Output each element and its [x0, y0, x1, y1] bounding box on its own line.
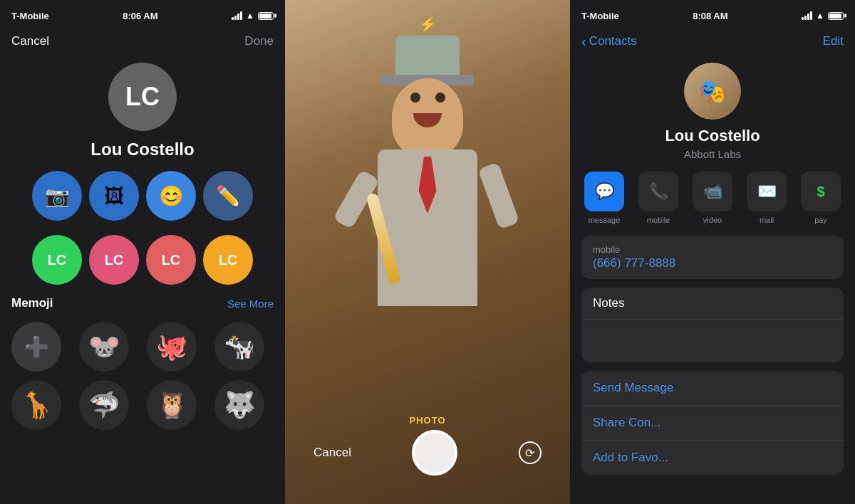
avatar-initials-p1: LC	[125, 82, 160, 112]
video-icon-circle: 📹	[693, 172, 732, 211]
pay-action-button[interactable]: $ pay	[798, 172, 844, 224]
notes-content[interactable]	[581, 320, 844, 362]
carrier-label-p1: T-Mobile	[11, 11, 49, 21]
puppet-arm-right	[478, 162, 520, 230]
status-icons-p1: ▲	[232, 11, 274, 21]
contact-detail-company: Abbott Labs	[684, 148, 741, 160]
video-action-button[interactable]: 📹 video	[690, 172, 735, 224]
memoji-grid-row2: 🦒 🦈 🦉 🐺	[11, 380, 274, 430]
back-chevron-icon: ‹	[581, 34, 586, 48]
video-action-label: video	[703, 216, 722, 224]
mobile-action-button[interactable]: 📞 mobile	[636, 172, 681, 224]
phone-info-row: mobile (666) 777-8888	[581, 236, 844, 279]
message-action-button[interactable]: 💬 message	[581, 172, 627, 224]
action-buttons-row: 💬 message 📞 mobile 📹 video ✉️ mail $ pay	[570, 172, 855, 236]
contact-avatar-p1[interactable]: LC	[108, 63, 177, 131]
notes-label: Notes	[581, 288, 844, 320]
contact-name-p1: Lou Costello	[90, 140, 194, 159]
memoji-octopus[interactable]: 🐙	[147, 322, 197, 372]
nav-bar-p3: ‹ Contacts Edit	[570, 31, 855, 56]
status-icons-p3: ▲	[802, 11, 844, 21]
contact-detail-avatar: 🎭	[684, 63, 741, 120]
memoji-section: Memoji See More ➕ 🐭 🐙 🐄 🦒 🦈 🦉 🐺	[0, 296, 285, 430]
signal-icon-p3	[802, 11, 812, 20]
cancel-button[interactable]: Cancel	[11, 34, 49, 48]
panel-camera: ⚡	[285, 0, 570, 504]
edit-button[interactable]: Edit	[823, 34, 844, 48]
see-more-button[interactable]: See More	[227, 298, 274, 310]
memoji-cow[interactable]: 🐄	[214, 322, 264, 372]
wifi-icon-p1: ▲	[246, 11, 254, 21]
send-message-link[interactable]: Send Message	[581, 371, 844, 406]
message-icon-circle: 💬	[584, 172, 624, 211]
memoji-header: Memoji See More	[11, 296, 274, 310]
back-button[interactable]: ‹ Contacts	[581, 34, 637, 48]
mail-icon-circle: ✉️	[747, 172, 787, 211]
phone-info-group: mobile (666) 777-8888	[581, 236, 844, 279]
battery-icon-p3	[828, 12, 844, 20]
memoji-giraffe[interactable]: 🦒	[11, 380, 61, 430]
back-label: Contacts	[589, 34, 637, 48]
status-bar-panel1: T-Mobile 8:06 AM ▲	[0, 0, 285, 31]
memoji-shark[interactable]: 🦈	[79, 380, 129, 430]
memoji-mouse[interactable]: 🐭	[79, 322, 129, 372]
panel-contact-edit: T-Mobile 8:06 AM ▲ Cancel Done LC Lou Co…	[0, 0, 285, 504]
camera-mode-label: PHOTO	[410, 415, 446, 426]
camera-option-button[interactable]: 📷	[32, 171, 82, 221]
pay-icon-circle: $	[801, 172, 841, 211]
done-button[interactable]: Done	[244, 34, 274, 48]
memoji-wolf[interactable]: 🐺	[214, 380, 264, 430]
mail-action-label: mail	[760, 216, 774, 224]
camera-shutter-button[interactable]	[412, 430, 457, 476]
memoji-option-button[interactable]: 😊	[146, 171, 196, 221]
carrier-label-p3: T-Mobile	[581, 11, 619, 21]
memoji-add-button[interactable]: ➕	[11, 322, 61, 372]
camera-viewfinder: ⚡	[285, 0, 570, 504]
camera-flip-button[interactable]: ⟳	[519, 441, 542, 464]
time-label-p1: 8:06 AM	[123, 11, 157, 21]
camera-cancel-button[interactable]: Cancel	[314, 446, 351, 460]
status-bar-panel3: T-Mobile 8:08 AM ▲	[570, 0, 855, 31]
avatar-puppet-image: 🎭	[684, 63, 741, 120]
mail-action-button[interactable]: ✉️ mail	[744, 172, 789, 224]
share-contact-link[interactable]: Share Con...	[581, 406, 844, 441]
pay-action-label: pay	[814, 216, 827, 224]
message-action-label: message	[589, 216, 621, 224]
contact-info-section: mobile (666) 777-8888 Notes Send Message…	[570, 236, 855, 504]
photo-options-grid: 📷 🖼 😊 ✏️	[32, 171, 253, 221]
memoji-title: Memoji	[11, 296, 53, 310]
memoji-owl[interactable]: 🦉	[147, 380, 197, 430]
edit-option-button[interactable]: ✏️	[203, 171, 253, 221]
battery-icon-p1	[258, 12, 274, 20]
mobile-action-label: mobile	[647, 216, 670, 224]
camera-controls: Cancel ⟳	[285, 430, 570, 476]
panel-contact-detail: T-Mobile 8:08 AM ▲ ‹ Contacts Edit 🎭 Lou	[570, 0, 855, 504]
lc-avatar-green[interactable]: LC	[32, 235, 82, 285]
phone-value[interactable]: (666) 777-8888	[593, 256, 832, 271]
puppet-figure	[285, 0, 570, 504]
contact-detail-header: 🎭 Lou Costello Abbott Labs	[570, 56, 855, 172]
mobile-icon-circle: 📞	[638, 172, 678, 211]
lc-avatar-orange[interactable]: LC	[203, 235, 253, 285]
photos-option-button[interactable]: 🖼	[89, 171, 139, 221]
add-to-favorites-link[interactable]: Add to Favo...	[581, 441, 844, 475]
time-label-p3: 8:08 AM	[693, 11, 727, 21]
phone-label: mobile	[593, 244, 832, 255]
lc-avatar-pink[interactable]: LC	[89, 235, 139, 285]
memoji-grid-row1: ➕ 🐭 🐙 🐄	[11, 322, 274, 372]
wifi-icon-p3: ▲	[816, 11, 824, 21]
lc-color-grid: LC LC LC LC	[32, 235, 253, 285]
signal-icon-p1	[232, 11, 242, 20]
contact-detail-name: Lou Costello	[665, 127, 760, 145]
notes-info-group: Notes	[581, 288, 844, 362]
lc-avatar-salmon[interactable]: LC	[146, 235, 196, 285]
action-links-group: Send Message Share Con... Add to Favo...	[581, 371, 844, 475]
puppet-face	[392, 78, 463, 157]
nav-bar-p1: Cancel Done	[0, 31, 285, 56]
